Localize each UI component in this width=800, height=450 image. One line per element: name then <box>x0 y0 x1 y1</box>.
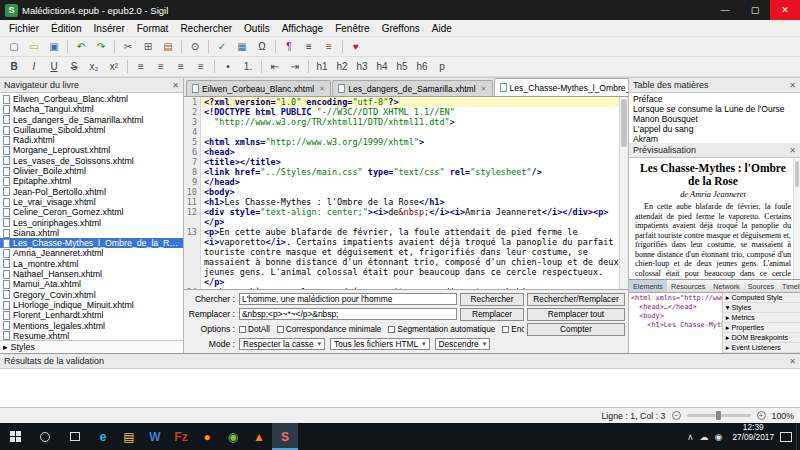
file-item[interactable]: Siana.xhtml <box>0 228 183 238</box>
preview-scrollbar[interactable] <box>793 158 800 279</box>
paste-icon[interactable]: ▤ <box>159 39 177 55</box>
file-item[interactable]: Gregory_Covin.xhtml <box>0 290 183 300</box>
rechercher-remplacer-button[interactable]: Rechercher/Remplacer <box>527 293 625 306</box>
taskbar-app-word[interactable]: W <box>142 423 168 450</box>
option-encore[interactable]: Encore <box>502 325 524 334</box>
file-item[interactable]: Morgane_Leproust.xhtml <box>0 145 183 155</box>
paragraph-icon[interactable]: p <box>433 59 451 75</box>
editor-tab[interactable]: Les_dangers_de_Samarilla.xhtml✕ <box>332 80 492 96</box>
close-button[interactable]: ✕ <box>770 0 800 20</box>
file-item[interactable]: Les_dangers_de_Samarilla.xhtml <box>0 115 183 125</box>
volume-icon[interactable]: ◉ <box>715 432 723 442</box>
inspector-dom-tree[interactable]: <html xmlns="http://www.w3.org/1999/xhtm… <box>629 293 723 353</box>
heading-3-icon[interactable]: h3 <box>353 59 371 75</box>
align-right-icon[interactable]: ≡ <box>172 59 190 75</box>
redo-icon[interactable]: ↷ <box>92 39 110 55</box>
spellcheck-icon[interactable]: ✓ <box>213 39 231 55</box>
save-icon[interactable]: ▣ <box>45 39 63 55</box>
mode-select-tous-les-fichiers-html[interactable]: Tous les fichiers HTML▾ <box>330 338 429 350</box>
menu-rechercher[interactable]: Rechercher <box>174 23 238 34</box>
search-button[interactable] <box>30 423 60 450</box>
strikethrough-icon[interactable]: S <box>65 59 83 75</box>
align-justify-icon[interactable]: ≡ <box>192 59 210 75</box>
bulleted-list-icon[interactable]: • <box>219 59 237 75</box>
rechercher-button[interactable]: Rechercher <box>460 293 524 306</box>
close-icon[interactable]: ✕ <box>789 81 796 90</box>
replace-input[interactable] <box>239 308 457 320</box>
menu-aide[interactable]: Aide <box>426 23 458 34</box>
taskbar-app-sigil[interactable]: S <box>272 423 298 450</box>
compter-button[interactable]: Compter <box>527 323 625 336</box>
remplacer-tout-button[interactable]: Remplacer tout <box>527 308 625 321</box>
action-center-icon[interactable] <box>780 432 792 442</box>
close-icon[interactable]: ✕ <box>789 357 796 366</box>
search-input[interactable] <box>239 293 457 305</box>
increase-indent-icon[interactable]: ⇥ <box>286 59 304 75</box>
code-view[interactable]: 1<?xml version="1.0" encoding="utf-8"?>2… <box>184 97 619 289</box>
option-segmentation-automatique[interactable]: Segmentation automatique <box>388 325 495 334</box>
tab-close-icon[interactable]: ✕ <box>319 85 325 93</box>
file-item[interactable]: Florent_Lenhardt.xhtml <box>0 310 183 320</box>
heading-6-icon[interactable]: h6 <box>413 59 431 75</box>
subscript-icon[interactable]: x₂ <box>85 59 103 75</box>
zoom-in-icon[interactable]: + <box>757 411 766 420</box>
option-dotall[interactable]: DotAll <box>239 325 270 334</box>
copy-icon[interactable]: ⊞ <box>139 39 157 55</box>
menu-edition[interactable]: Édition <box>45 23 88 34</box>
superscript-icon[interactable]: x² <box>105 59 123 75</box>
toc-editor-icon[interactable]: ≡ <box>320 39 338 55</box>
align-left-icon[interactable]: ≡ <box>132 59 150 75</box>
zoom-out-icon[interactable]: − <box>672 411 681 420</box>
cut-icon[interactable]: ✂ <box>119 39 137 55</box>
italic-icon[interactable]: I <box>25 59 43 75</box>
heading-4-icon[interactable]: h4 <box>373 59 391 75</box>
new-file-icon[interactable]: ▢ <box>5 39 23 55</box>
split-at-cursor-icon[interactable]: ¶ <box>280 39 298 55</box>
numbered-list-icon[interactable]: 1. <box>239 59 257 75</box>
toc-item[interactable]: L'appel du sang <box>629 124 800 134</box>
mode-select-respecter-la-casse[interactable]: Respecter la casse▾ <box>239 338 325 350</box>
taskbar-app-firefox[interactable]: ● <box>194 423 220 450</box>
file-item[interactable]: Celine_Ceron_Gomez.xhtml <box>0 207 183 217</box>
toc-item[interactable]: Préface <box>629 94 800 104</box>
option-correspondance-minimale[interactable]: Correspondance minimale <box>277 325 382 334</box>
inspector-tab-elements[interactable]: Elements <box>629 280 667 293</box>
toc-item[interactable]: Akram <box>629 134 800 143</box>
file-item[interactable]: Les_Chasse-Mythes_l_Ombre_de_la_Rose.xht… <box>0 238 183 248</box>
start-button[interactable] <box>0 423 30 450</box>
file-item[interactable]: Macha_Tangui.xhtml <box>0 104 183 114</box>
inspector-tab-resources[interactable]: Resources <box>667 280 709 293</box>
file-item[interactable]: Jean-Pol_Bertollo.xhtml <box>0 187 183 197</box>
editor-tab[interactable]: Eilwen_Corbeau_Blanc.xhtml✕ <box>186 80 331 96</box>
taskbar-clock[interactable]: 12:39 27/09/2017 <box>726 423 780 450</box>
close-icon[interactable]: ✕ <box>172 81 179 90</box>
file-item[interactable]: Epitaphe.xhtml <box>0 176 183 186</box>
styles-section[interactable]: ▸ Styles <box>0 340 183 353</box>
inspector-tab-network[interactable]: Network <box>709 280 743 293</box>
decrease-indent-icon[interactable]: ⇤ <box>266 59 284 75</box>
inspector-section-styles[interactable]: ▾ Styles <box>723 303 800 313</box>
mode-select-descendre[interactable]: Descendre▾ <box>435 338 491 350</box>
tab-close-icon[interactable]: ✕ <box>481 85 487 93</box>
code-editor[interactable]: 1<?xml version="1.0" encoding="utf-8"?>2… <box>184 97 628 289</box>
taskbar-app-filezilla[interactable]: Fz <box>168 423 194 450</box>
file-item[interactable]: Eilwen_Corbeau_Blanc.xhtml <box>0 94 183 104</box>
menu-greffons[interactable]: Greffons <box>376 23 426 34</box>
file-item[interactable]: Le_vrai_visage.xhtml <box>0 197 183 207</box>
align-center-icon[interactable]: ≡ <box>152 59 170 75</box>
insert-image-icon[interactable]: ▦ <box>233 39 251 55</box>
file-item[interactable]: Nathael_Hansen.xhtml <box>0 269 183 279</box>
file-item[interactable]: Les_oniriphages.xhtml <box>0 218 183 228</box>
undo-icon[interactable]: ↶ <box>72 39 90 55</box>
heading-5-icon[interactable]: h5 <box>393 59 411 75</box>
scrollbar-thumb[interactable] <box>795 161 799 187</box>
inspector-section-computed-style[interactable]: ▸ Computed Style <box>723 293 800 303</box>
inspector-section-dom-breakpoints[interactable]: ▸ DOM Breakpoints <box>723 333 800 343</box>
editor-scrollbar[interactable] <box>619 97 628 289</box>
menu-inserer[interactable]: Insérer <box>88 23 131 34</box>
file-item[interactable]: Mamui_Ata.xhtml <box>0 279 183 289</box>
inspector-section-properties[interactable]: ▸ Properties <box>723 323 800 333</box>
menu-fenetre[interactable]: Fenêtre <box>329 23 375 34</box>
file-item[interactable]: Guillaume_Sibold.xhtml <box>0 125 183 135</box>
file-item[interactable]: La_montre.xhtml <box>0 259 183 269</box>
